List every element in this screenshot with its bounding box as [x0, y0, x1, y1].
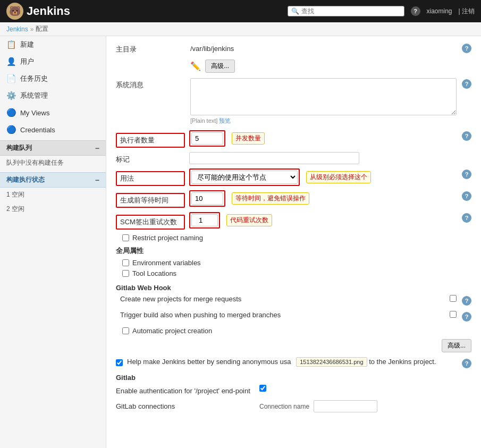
wait-time-input[interactable] — [191, 192, 223, 205]
logout-link[interactable]: | 注销 — [459, 7, 475, 16]
filename-badge: 1513822436686531.png — [296, 357, 367, 367]
usage-row: 用法 尽可能的使用这个节点 从级别必须选择这个 ? — [116, 168, 471, 186]
sidebar-label-users: 用户 — [20, 57, 34, 66]
sidebar-item-manage[interactable]: ⚙️ 系统管理 — [0, 87, 106, 104]
search-box[interactable]: 🔍 — [288, 6, 404, 16]
trigger-build-checkbox[interactable] — [450, 311, 457, 318]
wait-time-label: 生成前等待时间 — [116, 190, 185, 208]
breadcrumb-current: 配置 — [36, 24, 48, 33]
system-msg-label: 系统消息 — [116, 78, 185, 90]
label-label: 标记 — [116, 152, 185, 164]
advanced-button-2[interactable]: 高级... — [442, 339, 471, 352]
conn-name-label: Connection name — [259, 403, 309, 410]
home-dir-row: 主目录 /var/lib/jenkins ? — [116, 43, 471, 54]
breadcrumb-sep: » — [30, 26, 34, 33]
credentials-icon: 🔵 — [6, 125, 16, 134]
auto-create-checkbox[interactable] — [122, 327, 129, 334]
gitlab-section-title: Gitlab — [116, 374, 471, 382]
sidebar-item-credentials[interactable]: 🔵 Credentials — [0, 121, 106, 138]
restrict-row: Restrict project naming — [116, 234, 471, 242]
new-icon: 📋 — [6, 40, 16, 49]
conn-name-input[interactable] — [314, 400, 377, 412]
search-input[interactable] — [301, 7, 401, 15]
sidebar-item-myviews[interactable]: 🔵 My Views — [0, 104, 106, 121]
label-row: 标记 — [116, 152, 471, 164]
restrict-checkbox[interactable] — [122, 234, 129, 241]
build-queue-collapse[interactable]: − — [95, 144, 99, 153]
advanced-button[interactable]: 高级... — [205, 60, 235, 73]
executor-1: 1 空闲 — [0, 188, 106, 202]
logo-icon: 🐻 — [6, 3, 23, 20]
home-dir-label: 主目录 — [116, 43, 185, 54]
system-msg-textarea[interactable] — [190, 78, 457, 115]
create-projects-checkbox[interactable] — [450, 295, 457, 302]
sidebar-item-history[interactable]: 📄 任务历史 — [0, 70, 106, 87]
system-msg-help[interactable]: ? — [462, 79, 471, 89]
executors-help[interactable]: ? — [462, 131, 471, 141]
home-dir-help[interactable]: ? — [462, 44, 471, 53]
wait-time-help[interactable]: ? — [462, 191, 471, 201]
restrict-label: Restrict project naming — [132, 234, 203, 242]
myviews-icon: 🔵 — [6, 108, 16, 117]
advanced2-row: 高级... — [116, 339, 471, 352]
anon-row: Help make Jenkins better by sending anon… — [116, 358, 471, 368]
env-vars-label: Environment variables — [132, 259, 201, 267]
trigger-build-help[interactable]: ? — [462, 312, 471, 322]
plain-text-row: [Plain text] 预览 — [190, 117, 457, 125]
gitlab-conn-label: GitLab connections — [116, 400, 254, 410]
tool-locations-row: Tool Locations — [116, 269, 471, 277]
sidebar-label-history: 任务历史 — [20, 74, 48, 83]
preview-link[interactable]: 预览 — [219, 117, 231, 124]
history-icon: 📄 — [6, 74, 16, 83]
create-projects-row: Create new projects for merge requests ? — [116, 295, 471, 306]
scm-retry-label: SCM签出重试次数 — [116, 212, 185, 230]
env-vars-row: Environment variables — [116, 259, 471, 267]
scm-retry-annotation: 代码重试次数 — [226, 214, 272, 226]
executors-row: 执行者数量 并发数量 ? — [116, 130, 471, 148]
usage-help[interactable]: ? — [462, 170, 471, 179]
wait-time-row: 生成前等待时间 等待时间，避免错误操作 ? — [116, 190, 471, 208]
anon-text: Help make Jenkins better by sending anon… — [127, 358, 458, 366]
sidebar-label-manage: 系统管理 — [20, 91, 48, 100]
help-icon[interactable]: ? — [411, 6, 420, 16]
users-icon: 👤 — [6, 57, 16, 66]
build-queue-label: 构建队列 — [6, 143, 32, 153]
scm-retry-input-area: 代码重试次数 — [189, 212, 458, 229]
scm-retry-label-box: SCM签出重试次数 — [116, 215, 185, 230]
gitlab-webhook-title: Gitlab Web Hook — [116, 284, 471, 292]
sidebar-item-users[interactable]: 👤 用户 — [0, 53, 106, 70]
anon-checkbox[interactable] — [116, 359, 123, 366]
build-exec-label: 构建执行状态 — [6, 175, 45, 184]
build-exec-section: 构建执行状态 − — [0, 172, 106, 188]
enable-auth-checkbox[interactable] — [259, 385, 266, 392]
usage-annotation: 从级别必须选择这个 — [306, 171, 371, 183]
executors-label: 执行者数量 — [116, 130, 185, 148]
global-props-title: 全局属性 — [116, 246, 471, 256]
tool-locations-label: Tool Locations — [132, 269, 176, 277]
usage-input-area: 尽可能的使用这个节点 从级别必须选择这个 — [189, 168, 458, 186]
build-queue-section: 构建队列 − — [0, 140, 106, 156]
breadcrumb: Jenkins » 配置 — [0, 22, 481, 36]
scm-retry-help[interactable]: ? — [462, 213, 471, 223]
sidebar-item-new[interactable]: 📋 新建 — [0, 36, 106, 53]
sidebar-label-new: 新建 — [20, 40, 34, 49]
create-projects-help[interactable]: ? — [462, 296, 471, 306]
wait-time-annotation: 等待时间，避免错误操作 — [232, 192, 309, 205]
tool-locations-checkbox[interactable] — [122, 270, 129, 277]
anon-help[interactable]: ? — [462, 359, 471, 368]
wait-time-input-box — [189, 190, 225, 207]
gitlab-conn-row: GitLab connections Connection name — [116, 400, 471, 412]
usage-select-box: 尽可能的使用这个节点 — [189, 168, 300, 186]
breadcrumb-home[interactable]: Jenkins — [6, 26, 28, 33]
trigger-build-row: Trigger build also when pushing to merge… — [116, 311, 471, 322]
usage-select[interactable]: 尽可能的使用这个节点 — [191, 171, 298, 184]
build-exec-collapse[interactable]: − — [95, 176, 99, 184]
env-vars-checkbox[interactable] — [122, 259, 129, 266]
user-name: xiaoming — [427, 7, 452, 15]
scm-retry-input[interactable] — [191, 214, 218, 226]
executor-2: 2 空闲 — [0, 202, 106, 216]
search-icon: 🔍 — [291, 7, 299, 15]
executors-input[interactable] — [191, 132, 223, 145]
manage-icon: ⚙️ — [6, 91, 16, 100]
label-input[interactable] — [189, 152, 359, 164]
